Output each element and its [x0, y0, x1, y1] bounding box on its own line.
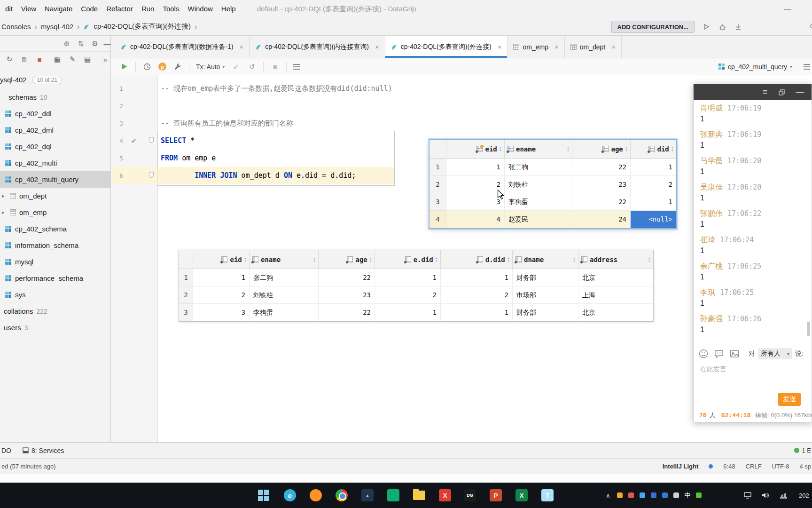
sidebar-item-cp_402_ddl[interactable]: cp_402_ddl — [0, 105, 110, 122]
cell-d-did[interactable]: 1 — [441, 304, 513, 321]
sort-icon[interactable]: ▴▾ — [436, 257, 437, 262]
cell-did[interactable]: <null> — [631, 211, 676, 228]
column-header-eid[interactable]: eid▴▾ — [446, 140, 505, 158]
cell-ename[interactable]: 刘铁柱 — [250, 286, 319, 304]
settings-gear-icon[interactable]: ⚙ — [89, 36, 101, 51]
theme-indicator[interactable]: IntelliJ Light — [663, 463, 699, 470]
edge-icon[interactable]: e — [283, 489, 297, 502]
cell-eid[interactable]: 2 — [446, 176, 505, 193]
taskbar-clock-partial[interactable]: 202 — [799, 492, 809, 499]
cell-ename[interactable]: 李狗蛋 — [505, 193, 572, 211]
chrome-icon[interactable] — [335, 489, 348, 502]
result-grid-table[interactable]: eid▴▾ename▴▾age▴▾e.did▴▾d.did▴▾dname▴▾ad… — [179, 250, 654, 322]
tray-app-skyblue[interactable] — [638, 491, 647, 500]
windows-start-button[interactable] — [257, 489, 270, 502]
cell-age[interactable]: 22 — [319, 269, 375, 286]
menu-item-view[interactable]: View — [17, 0, 40, 18]
breadcrumb-item[interactable]: cp-402-DQL(多表查询)(外连接) — [94, 22, 191, 31]
session-schema-select[interactable]: cp_402_multi_query — [728, 63, 787, 71]
data-card-icon[interactable]: ▤ — [82, 52, 93, 67]
cell-ename[interactable]: 赵爱民 — [505, 211, 572, 228]
console-doc-icon[interactable]: 🗎 — [19, 52, 30, 67]
file-explorer-icon[interactable] — [413, 489, 426, 502]
column-header-eid[interactable]: eid▴▾ — [193, 250, 250, 269]
menu-item-window[interactable]: Window — [183, 0, 217, 18]
cell-age[interactable]: 22 — [319, 304, 375, 321]
table-row[interactable]: 11张二狗2211财务部北京 — [179, 269, 653, 286]
tray-microphone[interactable] — [672, 491, 680, 500]
app-light-blue-icon[interactable]: T — [541, 489, 554, 502]
excel-icon[interactable]: X — [515, 489, 528, 502]
column-header-dname[interactable]: dname▴▾ — [513, 250, 578, 269]
cell-ename[interactable]: 刘铁柱 — [505, 176, 572, 193]
encoding-indicator[interactable]: UTF-8 — [772, 463, 789, 470]
sidebar-item-cp_402_schema[interactable]: cp_402_schema — [0, 221, 110, 237]
menu-item-navigate[interactable]: Navigate — [40, 0, 77, 18]
sort-icon[interactable]: ▴▾ — [671, 146, 673, 152]
sidebar-item-cp_402_dql[interactable]: cp_402_dql — [0, 138, 110, 155]
sidebar-item-om_emp[interactable]: ▸om_emp — [0, 204, 110, 221]
event-log-badge[interactable]: 1 E — [794, 447, 811, 454]
emoji-icon[interactable] — [698, 349, 709, 359]
close-icon[interactable]: × — [498, 43, 502, 51]
column-header-age[interactable]: age▴▾ — [319, 250, 375, 269]
sort-icon[interactable]: ▴▾ — [500, 146, 501, 152]
sidebar-item-users[interactable]: users3 — [0, 319, 110, 336]
sort-icon[interactable]: ▴▾ — [508, 257, 509, 262]
download-icon[interactable] — [734, 23, 742, 31]
sidebar-item-schemas[interactable]: schemas10 — [0, 89, 110, 105]
menu-item-code[interactable]: Code — [77, 0, 102, 18]
tray-wechat[interactable] — [695, 491, 703, 500]
tray-ime-chinese[interactable]: 中 — [683, 491, 692, 500]
tab-om_dept[interactable]: om_dept× — [565, 36, 622, 58]
chat-message-list[interactable]: 肖明威17:06:191张新典17:06:191马学磊17:06:201吴康佳1… — [694, 100, 812, 345]
sort-icon[interactable]: ▴▾ — [573, 257, 575, 262]
sort-icon[interactable]: ▴▾ — [313, 257, 315, 262]
sort-icon[interactable]: ▴▾ — [648, 257, 650, 262]
firefox-icon[interactable] — [309, 489, 322, 502]
breadcrumb-item[interactable]: mysql-402 — [41, 23, 73, 31]
column-header-did[interactable]: did▴▾ — [631, 140, 676, 158]
table-row[interactable]: 33李狗蛋2211财务部北京 — [179, 304, 653, 321]
code-line-1[interactable]: 1-- 现在om_emp表中多了一条数据,赵爱民这条数据没有did(did:nu… — [111, 80, 534, 97]
app-dark-blue-icon[interactable]: ▲ — [361, 489, 374, 502]
close-icon[interactable]: × — [239, 43, 243, 51]
sidebar-item-cp_402_multi_query[interactable]: cp_402_multi_query — [0, 171, 110, 188]
table-row[interactable]: 44赵爱民24<null> — [429, 211, 676, 228]
tab-cp-402-DQL-多表查询-内连接查询-[interactable]: cp-402-DQL(多表查询)(内连接查询)× — [250, 36, 385, 58]
settings-wrench-icon[interactable] — [173, 62, 182, 71]
cell-e-did[interactable]: 2 — [375, 286, 441, 304]
close-icon[interactable]: × — [611, 43, 616, 51]
expand-arrow-icon[interactable]: ▸ — [2, 209, 7, 215]
chat-bubble-icon[interactable] — [714, 349, 724, 359]
cell-d-did[interactable]: 2 — [441, 286, 513, 304]
column-header-ename[interactable]: ename▴▾ — [505, 140, 572, 158]
tab-cp-402-DQL-多表查询-数据准备-1-[interactable]: cp-402-DQL(多表查询)(数据准备-1)× — [115, 36, 250, 58]
commit-check-icon[interactable]: ✓ — [231, 62, 241, 71]
cell-eid[interactable]: 4 — [446, 211, 505, 228]
rollback-undo-icon[interactable]: ↺ — [247, 62, 257, 71]
sort-icon[interactable]: ▴▾ — [370, 257, 372, 262]
sort-icon[interactable]: ▴▾ — [625, 146, 627, 152]
sidebar-item-sys[interactable]: sys — [0, 286, 110, 303]
column-header-d-did[interactable]: d.did▴▾ — [441, 250, 513, 269]
cell-eid[interactable]: 1 — [446, 159, 505, 176]
search-icon[interactable] — [809, 23, 812, 31]
cell-age[interactable]: 23 — [319, 286, 375, 304]
tree-root-mysql-402[interactable]: ysql-402 10 of 21 — [0, 71, 110, 88]
tray-display-icon[interactable] — [743, 491, 752, 500]
sidebar-item-collations[interactable]: collations222 — [0, 303, 110, 319]
app-red-icon[interactable]: X — [438, 489, 452, 502]
column-header-age[interactable]: age▴▾ — [572, 140, 631, 158]
cell-e-did[interactable]: 1 — [375, 269, 441, 286]
cell-age[interactable]: 22 — [572, 159, 631, 176]
cell-e-did[interactable]: 1 — [375, 304, 441, 321]
hidden-toolbar-icon[interactable] — [804, 64, 810, 70]
tray-app-blue[interactable] — [649, 491, 658, 500]
tab-cp-402-DQL-多表查询-外连接-[interactable]: cp-402-DQL(多表查询)(外连接)× — [385, 36, 508, 58]
table-row[interactable]: 11张二狗221 — [429, 159, 676, 176]
cell-dname[interactable]: 财务部 — [513, 304, 578, 321]
tray-volume-icon[interactable] — [761, 491, 770, 500]
column-header-e-did[interactable]: e.did▴▾ — [375, 250, 441, 269]
sidebar-item-mysql[interactable]: mysql — [0, 254, 110, 270]
